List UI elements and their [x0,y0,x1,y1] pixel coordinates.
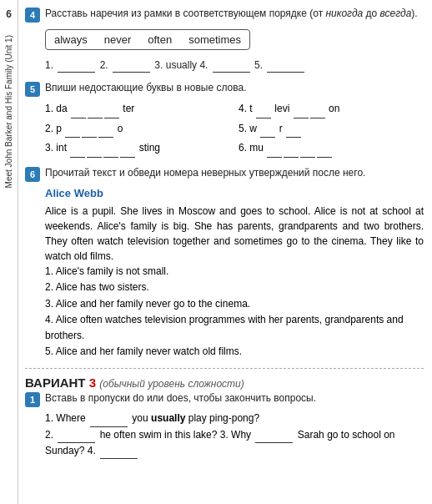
task1-bottom-lines: 1. Where you usually play ping-pong? 2. … [45,411,424,459]
task5-block: 5 Впиши недостающие буквы в новые слова.… [25,81,424,158]
task5-item-3r: 6. mu [239,139,424,158]
task6-block: 6 Прочитай текст и обведи номера неверны… [25,166,424,360]
task5-instruction: Впиши недостающие буквы в новые слова. [45,81,246,95]
stmt-3: 3. Alice and her family never go to the … [45,296,424,312]
stmt-2: 2. Alice has two sisters. [45,280,424,295]
task6-statements: 1. Alice's family is not small. 2. Alice… [45,264,424,360]
task4-block: 4 Расставь наречия из рамки в соответств… [25,7,424,73]
variant-num: 3 [89,375,100,390]
task5-header: 5 Впиши недостающие буквы в новые слова. [25,81,424,97]
task-bottom-instruction: Вставь в пропуски do или does, чтобы зак… [45,391,316,406]
text-body: Alice is a pupil. She lives in Moscow an… [45,204,424,264]
sidebar: 6 Meet John Barker and His Family (Unit … [0,0,18,504]
task-bottom-number: 1 [25,392,40,407]
task6-header: 6 Прочитай текст и обведи номера неверны… [25,166,424,182]
main-content: 4 Расставь наречия из рамки в соответств… [18,0,432,504]
task4-number: 4 [25,8,40,23]
divider [25,368,424,369]
bottom-line-1: 1. Where you usually play ping-pong? [45,411,424,426]
task-bottom-block: 1 Вставь в пропуски do или does, чтобы з… [25,391,424,459]
blank-2[interactable] [113,72,150,73]
word-often: often [148,33,172,46]
stmt-4: 4. Alice often watches television progra… [45,312,424,344]
task4-line: 1. 2. 3. usually 4. 5. [45,58,424,73]
task5-item-1r: 4. t levi on [239,100,424,118]
task6-instruction: Прочитай текст и обведи номера неверных … [45,166,365,180]
task5-grid: 1. da ter 4. t levi on 2. p o 5. w r 3. … [45,100,424,158]
task5-number: 5 [25,82,40,97]
task6-number: 6 [25,167,40,182]
blank-4[interactable] [213,72,250,73]
word-always: always [54,33,88,46]
word-never: never [104,33,132,46]
stmt-5: 5. Alice and her family never watch old … [45,344,424,360]
page-number: 6 [6,8,12,20]
blank-1[interactable] [58,72,95,73]
task4-header: 4 Расставь наречия из рамки в соответств… [25,7,424,23]
task5-item-1l: 1. da ter [45,100,230,118]
variant-note: (обычный уровень сложности) [99,378,244,390]
task5-item-3l: 3. int sting [45,139,230,158]
variant-header: ВАРИАНТ 3 (обычный уровень сложности) [25,375,424,390]
blank-5[interactable] [267,72,304,73]
task5-item-2r: 5. w r [239,120,424,139]
sidebar-text: Meet John Barker and His Family (Unit 1) [3,35,15,188]
page-container: 6 Meet John Barker and His Family (Unit … [0,0,432,504]
task4-instruction: Расставь наречия из рамки в соответствую… [45,7,418,21]
stmt-1: 1. Alice's family is not small. [45,264,424,280]
word-sometimes: sometimes [188,33,241,46]
task4-word-box: always never often sometimes [45,29,250,50]
variant-label: ВАРИАНТ [25,375,86,390]
task-bottom-header: 1 Вставь в пропуски do или does, чтобы з… [25,391,424,407]
task6-text: Alice Webb Alice is a pupil. She lives i… [45,185,424,265]
bottom-line-2: 2. he often swim in this lake? 3. Why Sa… [45,427,424,459]
text-title: Alice Webb [45,185,424,202]
task5-item-2l: 2. p o [45,120,230,139]
